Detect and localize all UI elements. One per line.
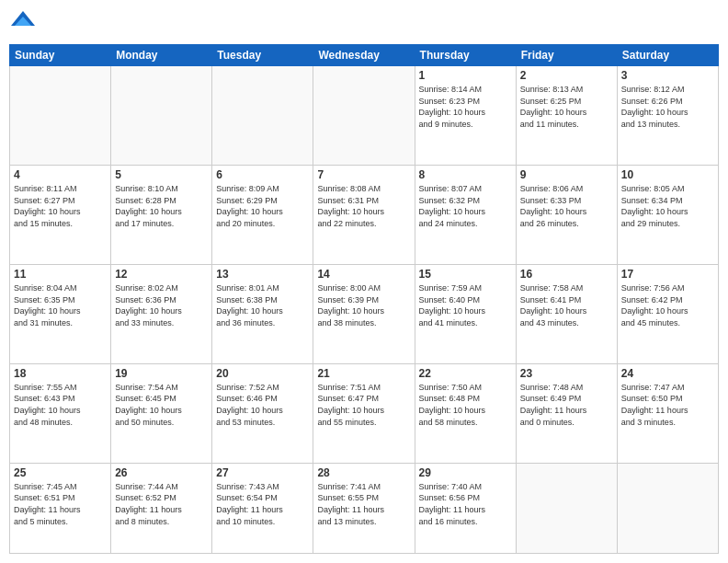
day-number: 28 bbox=[317, 466, 410, 479]
day-cell: 2Sunrise: 8:13 AM Sunset: 6:25 PM Daylig… bbox=[516, 66, 617, 166]
day-number: 4 bbox=[14, 168, 107, 181]
page: SundayMondayTuesdayWednesdayThursdayFrid… bbox=[0, 0, 728, 563]
day-cell bbox=[212, 66, 313, 166]
day-cell: 21Sunrise: 7:51 AM Sunset: 6:47 PM Dayli… bbox=[313, 363, 415, 463]
weekday-header-sunday: Sunday bbox=[10, 45, 111, 66]
day-number: 20 bbox=[216, 367, 309, 380]
day-cell: 27Sunrise: 7:43 AM Sunset: 6:54 PM Dayli… bbox=[212, 463, 313, 553]
week-row-3: 11Sunrise: 8:04 AM Sunset: 6:35 PM Dayli… bbox=[10, 264, 719, 363]
day-info: Sunrise: 7:50 AM Sunset: 6:48 PM Dayligh… bbox=[419, 382, 512, 428]
day-info: Sunrise: 7:54 AM Sunset: 6:45 PM Dayligh… bbox=[115, 382, 208, 428]
day-cell: 6Sunrise: 8:09 AM Sunset: 6:29 PM Daylig… bbox=[212, 165, 313, 264]
logo bbox=[9, 9, 40, 37]
day-cell: 14Sunrise: 8:00 AM Sunset: 6:39 PM Dayli… bbox=[313, 264, 415, 363]
day-info: Sunrise: 7:48 AM Sunset: 6:49 PM Dayligh… bbox=[520, 382, 613, 428]
day-info: Sunrise: 7:43 AM Sunset: 6:54 PM Dayligh… bbox=[216, 481, 309, 527]
day-cell: 22Sunrise: 7:50 AM Sunset: 6:48 PM Dayli… bbox=[415, 363, 516, 463]
day-info: Sunrise: 8:14 AM Sunset: 6:23 PM Dayligh… bbox=[419, 84, 512, 130]
day-info: Sunrise: 8:13 AM Sunset: 6:25 PM Dayligh… bbox=[520, 84, 613, 130]
weekday-header-friday: Friday bbox=[516, 45, 617, 66]
day-info: Sunrise: 7:51 AM Sunset: 6:47 PM Dayligh… bbox=[317, 382, 410, 428]
day-info: Sunrise: 8:02 AM Sunset: 6:36 PM Dayligh… bbox=[115, 282, 208, 328]
day-number: 7 bbox=[317, 168, 410, 181]
day-info: Sunrise: 8:04 AM Sunset: 6:35 PM Dayligh… bbox=[14, 282, 107, 328]
day-cell: 4Sunrise: 8:11 AM Sunset: 6:27 PM Daylig… bbox=[10, 165, 111, 264]
day-cell bbox=[617, 463, 718, 553]
day-info: Sunrise: 7:59 AM Sunset: 6:40 PM Dayligh… bbox=[419, 282, 512, 328]
day-number: 5 bbox=[115, 168, 208, 181]
day-number: 19 bbox=[115, 367, 208, 380]
day-cell bbox=[313, 66, 415, 166]
day-info: Sunrise: 7:55 AM Sunset: 6:43 PM Dayligh… bbox=[14, 382, 107, 428]
day-cell: 5Sunrise: 8:10 AM Sunset: 6:28 PM Daylig… bbox=[111, 165, 212, 264]
day-cell: 12Sunrise: 8:02 AM Sunset: 6:36 PM Dayli… bbox=[111, 264, 212, 363]
day-info: Sunrise: 8:12 AM Sunset: 6:26 PM Dayligh… bbox=[621, 84, 714, 130]
day-number: 8 bbox=[419, 168, 512, 181]
weekday-header-wednesday: Wednesday bbox=[313, 45, 415, 66]
day-cell bbox=[516, 463, 617, 553]
day-number: 14 bbox=[317, 268, 410, 281]
day-info: Sunrise: 7:40 AM Sunset: 6:56 PM Dayligh… bbox=[419, 481, 512, 527]
day-cell: 9Sunrise: 8:06 AM Sunset: 6:33 PM Daylig… bbox=[516, 165, 617, 264]
weekday-header-saturday: Saturday bbox=[617, 45, 718, 66]
day-number: 13 bbox=[216, 268, 309, 281]
day-cell: 23Sunrise: 7:48 AM Sunset: 6:49 PM Dayli… bbox=[516, 363, 617, 463]
day-cell bbox=[111, 66, 212, 166]
day-cell: 26Sunrise: 7:44 AM Sunset: 6:52 PM Dayli… bbox=[111, 463, 212, 553]
day-info: Sunrise: 8:07 AM Sunset: 6:32 PM Dayligh… bbox=[419, 183, 512, 229]
day-number: 18 bbox=[14, 367, 107, 380]
day-number: 17 bbox=[621, 268, 714, 281]
weekday-header-tuesday: Tuesday bbox=[212, 45, 313, 66]
day-number: 23 bbox=[520, 367, 613, 380]
weekday-header-row: SundayMondayTuesdayWednesdayThursdayFrid… bbox=[10, 45, 719, 66]
day-info: Sunrise: 8:11 AM Sunset: 6:27 PM Dayligh… bbox=[14, 183, 107, 229]
day-cell: 19Sunrise: 7:54 AM Sunset: 6:45 PM Dayli… bbox=[111, 363, 212, 463]
day-number: 9 bbox=[520, 168, 613, 181]
day-cell: 16Sunrise: 7:58 AM Sunset: 6:41 PM Dayli… bbox=[516, 264, 617, 363]
day-info: Sunrise: 7:41 AM Sunset: 6:55 PM Dayligh… bbox=[317, 481, 410, 527]
day-info: Sunrise: 7:52 AM Sunset: 6:46 PM Dayligh… bbox=[216, 382, 309, 428]
day-info: Sunrise: 8:08 AM Sunset: 6:31 PM Dayligh… bbox=[317, 183, 410, 229]
day-cell: 25Sunrise: 7:45 AM Sunset: 6:51 PM Dayli… bbox=[10, 463, 111, 553]
day-cell: 24Sunrise: 7:47 AM Sunset: 6:50 PM Dayli… bbox=[617, 363, 718, 463]
day-info: Sunrise: 7:45 AM Sunset: 6:51 PM Dayligh… bbox=[14, 481, 107, 527]
day-cell: 11Sunrise: 8:04 AM Sunset: 6:35 PM Dayli… bbox=[10, 264, 111, 363]
day-info: Sunrise: 7:47 AM Sunset: 6:50 PM Dayligh… bbox=[621, 382, 714, 428]
day-cell: 17Sunrise: 7:56 AM Sunset: 6:42 PM Dayli… bbox=[617, 264, 718, 363]
day-number: 24 bbox=[621, 367, 714, 380]
day-cell: 8Sunrise: 8:07 AM Sunset: 6:32 PM Daylig… bbox=[415, 165, 516, 264]
day-cell: 3Sunrise: 8:12 AM Sunset: 6:26 PM Daylig… bbox=[617, 66, 718, 166]
day-cell bbox=[10, 66, 111, 166]
day-number: 16 bbox=[520, 268, 613, 281]
day-cell: 1Sunrise: 8:14 AM Sunset: 6:23 PM Daylig… bbox=[415, 66, 516, 166]
day-number: 3 bbox=[621, 69, 714, 82]
day-number: 10 bbox=[621, 168, 714, 181]
day-cell: 7Sunrise: 8:08 AM Sunset: 6:31 PM Daylig… bbox=[313, 165, 415, 264]
day-number: 27 bbox=[216, 466, 309, 479]
day-info: Sunrise: 8:00 AM Sunset: 6:39 PM Dayligh… bbox=[317, 282, 410, 328]
header bbox=[9, 9, 719, 37]
day-number: 6 bbox=[216, 168, 309, 181]
day-cell: 13Sunrise: 8:01 AM Sunset: 6:38 PM Dayli… bbox=[212, 264, 313, 363]
day-cell: 18Sunrise: 7:55 AM Sunset: 6:43 PM Dayli… bbox=[10, 363, 111, 463]
day-cell: 15Sunrise: 7:59 AM Sunset: 6:40 PM Dayli… bbox=[415, 264, 516, 363]
day-info: Sunrise: 7:44 AM Sunset: 6:52 PM Dayligh… bbox=[115, 481, 208, 527]
logo-icon bbox=[9, 9, 37, 37]
day-cell: 28Sunrise: 7:41 AM Sunset: 6:55 PM Dayli… bbox=[313, 463, 415, 553]
calendar-table: SundayMondayTuesdayWednesdayThursdayFrid… bbox=[9, 44, 719, 554]
day-info: Sunrise: 8:06 AM Sunset: 6:33 PM Dayligh… bbox=[520, 183, 613, 229]
week-row-1: 1Sunrise: 8:14 AM Sunset: 6:23 PM Daylig… bbox=[10, 66, 719, 166]
weekday-header-monday: Monday bbox=[111, 45, 212, 66]
day-cell: 29Sunrise: 7:40 AM Sunset: 6:56 PM Dayli… bbox=[415, 463, 516, 553]
day-info: Sunrise: 8:05 AM Sunset: 6:34 PM Dayligh… bbox=[621, 183, 714, 229]
week-row-4: 18Sunrise: 7:55 AM Sunset: 6:43 PM Dayli… bbox=[10, 363, 719, 463]
day-number: 11 bbox=[14, 268, 107, 281]
day-info: Sunrise: 8:01 AM Sunset: 6:38 PM Dayligh… bbox=[216, 282, 309, 328]
day-number: 26 bbox=[115, 466, 208, 479]
day-cell: 20Sunrise: 7:52 AM Sunset: 6:46 PM Dayli… bbox=[212, 363, 313, 463]
day-number: 2 bbox=[520, 69, 613, 82]
day-info: Sunrise: 8:09 AM Sunset: 6:29 PM Dayligh… bbox=[216, 183, 309, 229]
day-number: 1 bbox=[419, 69, 512, 82]
day-info: Sunrise: 8:10 AM Sunset: 6:28 PM Dayligh… bbox=[115, 183, 208, 229]
day-number: 29 bbox=[419, 466, 512, 479]
